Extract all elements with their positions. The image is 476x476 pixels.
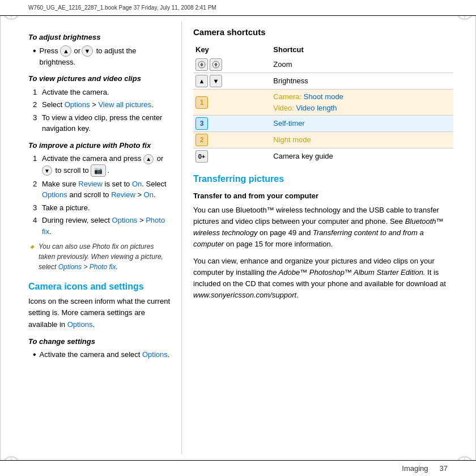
camera-shortcuts-section: Camera shortcuts Key Shortcut [193, 26, 453, 164]
bullet-dot: • [33, 45, 36, 57]
table-row: Zoom [193, 57, 453, 73]
view-steps: 1 Activate the camera. 2 Select Options … [28, 87, 170, 134]
key-cell [193, 57, 271, 73]
down-key-icon: ▼ [82, 45, 93, 57]
key-cell: ▲ ▼ [193, 73, 271, 90]
svg-marker-28 [214, 64, 218, 67]
view-step-2: 2 Select Options > View all pictures. [33, 99, 170, 110]
photofix-step-1: 1 Activate the camera and press ▲ or ▼ t… [33, 153, 170, 177]
shortcut-line2: Video: Video length [273, 103, 450, 114]
key-row-zoom [196, 58, 267, 71]
col-header-key: Key [193, 42, 271, 57]
tip-text: You can also use Photo fix on pictures t… [39, 241, 170, 272]
transfer-para1: You can use Bluetooth™ wireless technolo… [193, 205, 453, 250]
camera-icons-body: Icons on the screen inform what the curr… [28, 296, 170, 330]
photofix-step-3: 3 Take a picture. [33, 202, 170, 214]
settings-bullet: • Activate the camera and select Options… [28, 349, 170, 361]
nav-up-icon [196, 58, 208, 71]
settings-text: Activate the camera and select Options. [40, 349, 170, 360]
svg-rect-29 [215, 63, 217, 64]
left-column: To adjust brightness • Press ▲ or ▼ to a… [0, 16, 181, 460]
view-step-1: 1 Activate the camera. [33, 87, 170, 98]
section-title-view: To view pictures and video clips [28, 73, 170, 84]
table-row: 1 Camera: Shoot mode Video: Video length [193, 90, 453, 116]
shortcut-cell-zoom: Zoom [271, 57, 453, 73]
camera-icons-heading: Camera icons and settings [28, 280, 170, 294]
photofix-steps: 1 Activate the camera and press ▲ or ▼ t… [28, 153, 170, 237]
up-small-icon: ▲ [143, 154, 154, 164]
key-cell: 0+ [193, 148, 271, 165]
footer-bar: Imaging 37 [0, 460, 476, 476]
svg-rect-26 [201, 65, 203, 66]
key-cell: 2 [193, 132, 271, 148]
shortcut-cell-2: Night mode [271, 132, 453, 148]
shortcut-line1: Camera: Shoot mode [273, 91, 450, 103]
camera-shortcuts-title: Camera shortcuts [193, 26, 453, 39]
table-row: ▲ ▼ Brightness [193, 73, 453, 90]
view-step-3: 3 To view a video clip, press the center… [33, 112, 170, 134]
key-0plus: 0+ [196, 150, 208, 163]
section-photo-fix: To improve a picture with Photo fix 1 Ac… [28, 140, 170, 237]
shortcut-cell-1: Camera: Shoot mode Video: Video length [271, 90, 453, 116]
transferring-heading: Transferring pictures [193, 172, 453, 186]
shortcut-cell-brightness: Brightness [271, 73, 453, 90]
arrow-up-key: ▲ [196, 75, 208, 87]
down-small-icon: ▼ [42, 165, 52, 176]
arrow-down-key: ▼ [210, 75, 222, 87]
content-area: To adjust brightness • Press ▲ or ▼ to a… [0, 16, 476, 460]
brightness-bullet: • Press ▲ or ▼ to adjust the brightness. [28, 45, 170, 68]
section-adjust-brightness: To adjust brightness • Press ▲ or ▼ to a… [28, 32, 170, 67]
table-row: 3 Self-timer [193, 116, 453, 132]
col-header-shortcut: Shortcut [271, 42, 453, 57]
transfer-para2: You can view, enhance and organize your … [193, 256, 453, 301]
shortcuts-table: Key Shortcut [193, 42, 453, 165]
section-camera-icons: Camera icons and settings Icons on the s… [28, 280, 170, 330]
shortcut-cell-0plus: Camera key guide [271, 148, 453, 165]
section-title-brightness: To adjust brightness [28, 32, 170, 43]
section-title-settings: To change settings [28, 336, 170, 347]
nav-down-icon [210, 58, 222, 71]
section-view-pictures: To view pictures and video clips 1 Activ… [28, 73, 170, 134]
key-cell: 1 [193, 90, 271, 116]
tip-icon: ✦ [28, 241, 35, 253]
transferring-section: Transferring pictures Transfer to and fr… [193, 172, 453, 301]
photofix-step-4: 4 During review, select Options > Photo … [33, 215, 170, 237]
right-column: Camera shortcuts Key Shortcut [182, 16, 476, 460]
brightness-text: Press ▲ or ▼ to adjust the brightness. [40, 45, 170, 68]
header-text: W760_UG_AE_1216_2287_1.book Page 37 Frid… [28, 5, 216, 11]
or-text: or [74, 45, 80, 57]
transfer-subtitle: Transfer to and from your computer [193, 190, 453, 202]
section-change-settings: To change settings • Activate the camera… [28, 336, 170, 361]
svg-marker-25 [200, 62, 203, 65]
up-key-icon: ▲ [60, 45, 71, 57]
shortcut-cell-3: Self-timer [271, 116, 453, 132]
key-3: 3 [196, 117, 208, 130]
bullet-dot-2: • [33, 349, 36, 361]
photofix-step-2: 2 Make sure Review is set to On. Select … [33, 178, 170, 201]
page-number: 37 [440, 464, 448, 473]
key-cell: 3 [193, 116, 271, 132]
table-row: 2 Night mode [193, 132, 453, 148]
footer-label: Imaging [402, 464, 428, 473]
table-row: 0+ Camera key guide [193, 148, 453, 165]
table-header-row: Key Shortcut [193, 42, 453, 57]
key-2: 2 [196, 134, 208, 146]
header-bar: W760_UG_AE_1216_2287_1.book Page 37 Frid… [0, 0, 476, 16]
key-row-brightness: ▲ ▼ [196, 75, 267, 87]
section-title-photofix: To improve a picture with Photo fix [28, 140, 170, 151]
tip-box: ✦ You can also use Photo fix on pictures… [28, 241, 170, 272]
key-1: 1 [196, 96, 208, 109]
camera-icon-key: 📷 [91, 164, 106, 177]
